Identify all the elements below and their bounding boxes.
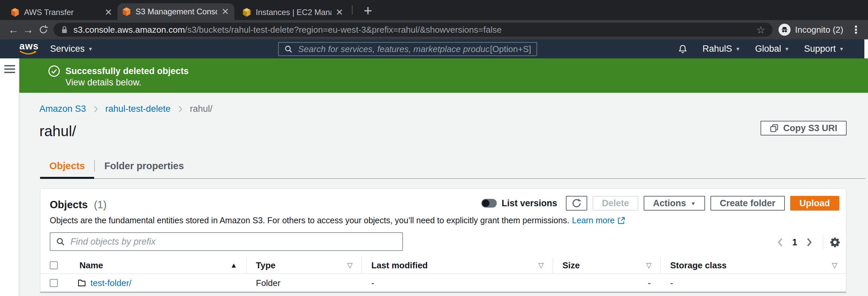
services-menu[interactable]: Services ▼ <box>50 39 93 58</box>
sort-icon: ▽ <box>646 261 651 269</box>
account-menu[interactable]: RahulS ▼ <box>703 44 740 54</box>
aws-top-nav: aws Services ▼ [Option+S] RahulS ▼ Globa… <box>0 39 868 58</box>
sort-icon: ▽ <box>347 261 352 269</box>
create-folder-button[interactable]: Create folder <box>710 196 785 210</box>
new-tab-button[interactable]: + <box>359 2 377 19</box>
support-menu[interactable]: Support ▼ <box>804 44 844 54</box>
sort-icon: ▽ <box>832 261 837 269</box>
table-settings-gear-icon[interactable] <box>829 237 841 248</box>
chevron-down-icon: ▼ <box>691 201 696 206</box>
breadcrumb-current: rahul/ <box>190 104 213 114</box>
aws-favicon-icon <box>11 8 19 17</box>
region-menu[interactable]: Global ▼ <box>755 44 789 54</box>
search-icon <box>284 45 293 54</box>
panel-heading: Objects (1) <box>50 199 106 211</box>
pagination-divider <box>823 235 823 250</box>
flashbar-subtitle: View details below. <box>65 77 142 88</box>
chevron-down-icon: ▼ <box>784 46 789 52</box>
address-bar[interactable]: s3.console.aws.amazon.com/s3/buckets/rah… <box>54 23 773 37</box>
objects-panel: Objects (1) List versions Delete Actions… <box>40 189 846 293</box>
breadcrumb-chevron-icon <box>93 105 98 113</box>
find-objects-input[interactable] <box>70 236 397 247</box>
ec2-favicon-icon <box>242 8 251 17</box>
browser-toolbar: ← → s3.console.aws.amazon.com/s3/buckets… <box>0 20 868 39</box>
browser-menu-icon[interactable]: ⋮ <box>850 23 861 36</box>
sort-icon: ▽ <box>538 261 544 269</box>
upload-button[interactable]: Upload <box>790 196 840 210</box>
folder-icon <box>77 278 87 288</box>
column-header-size[interactable]: Size ▽ <box>553 257 661 273</box>
notifications-bell-icon[interactable] <box>678 44 688 54</box>
name-cell: test-folder/ <box>70 274 247 292</box>
list-versions-label: List versions <box>501 198 557 208</box>
column-header-type[interactable]: Type ▽ <box>247 257 362 273</box>
breadcrumb-chevron-icon <box>178 105 183 113</box>
breadcrumb-bucket[interactable]: rahul-test-delete <box>105 104 170 114</box>
bookmark-star-icon[interactable]: ☆ <box>751 24 766 36</box>
previous-page-icon[interactable] <box>773 236 787 249</box>
delete-button[interactable]: Delete <box>593 196 638 210</box>
page-title: rahul/ <box>39 123 76 139</box>
current-page-number[interactable]: 1 <box>792 237 797 248</box>
find-objects-search[interactable] <box>50 232 403 251</box>
table-row: test-folder/ Folder - - - <box>40 274 846 292</box>
select-all-cell <box>40 257 70 273</box>
row-select-cell <box>40 274 70 292</box>
browser-tab-s3-console[interactable]: S3 Management Console ✕ <box>118 3 235 20</box>
refresh-button[interactable] <box>566 196 587 210</box>
sort-ascending-icon: ▲ <box>230 261 237 269</box>
chevron-down-icon: ▼ <box>736 46 741 52</box>
learn-more-link[interactable]: Learn more <box>572 216 615 225</box>
breadcrumb: Amazon S3 rahul-test-delete rahul/ <box>39 104 212 114</box>
lock-icon <box>61 25 68 34</box>
incognito-icon <box>778 24 790 36</box>
flashbar-title: Successfully deleted objects <box>65 66 189 76</box>
browser-tab-ec2-instances[interactable]: Instances | EC2 Management C ✕ <box>238 5 348 20</box>
actions-button[interactable]: Actions ▼ <box>644 196 705 210</box>
url-domain: s3.console.aws.amazon.com <box>73 25 185 35</box>
refresh-icon <box>571 198 582 208</box>
back-icon[interactable]: ← <box>6 24 21 35</box>
success-check-icon <box>48 65 60 77</box>
tab-close-icon[interactable]: ✕ <box>221 6 230 17</box>
incognito-indicator: Incognito (2) <box>778 24 843 36</box>
browser-tab-strip: AWS Transfer ✕ S3 Management Console ✕ I… <box>0 0 868 20</box>
panel-description: Objects are the fundamental entities sto… <box>50 216 625 225</box>
select-all-checkbox[interactable] <box>50 261 58 269</box>
column-header-storage-class[interactable]: Storage class ▽ <box>661 257 846 273</box>
next-page-icon[interactable] <box>802 236 816 249</box>
reload-icon[interactable] <box>35 24 50 35</box>
storage-class-cell: - <box>661 274 846 292</box>
object-link[interactable]: test-folder/ <box>90 278 131 288</box>
aws-search-box[interactable]: [Option+S] <box>278 42 537 56</box>
tab-folder-properties[interactable]: Folder properties <box>95 154 193 178</box>
external-link-icon <box>617 217 625 225</box>
table-header: Name ▲ Type ▽ Last modified ▽ Size ▽ Sto… <box>40 257 846 274</box>
hamburger-menu-icon[interactable] <box>4 65 15 75</box>
search-icon <box>56 237 65 246</box>
breadcrumb-amazon-s3[interactable]: Amazon S3 <box>39 104 86 114</box>
tab-close-icon[interactable]: ✕ <box>335 7 344 18</box>
objects-toolbar: List versions Delete Actions ▼ Create fo… <box>482 196 839 210</box>
page-tabs: Objects Folder properties <box>40 154 866 179</box>
last-modified-cell: - <box>362 274 553 292</box>
column-header-name[interactable]: Name ▲ <box>70 257 247 273</box>
tab-strip-divider <box>352 5 352 15</box>
browser-tab-aws-transfer[interactable]: AWS Transfer ✕ <box>6 5 118 20</box>
tab-title: AWS Transfer <box>24 8 100 17</box>
url-path: /s3/buckets/rahul-test-delete?region=eu-… <box>185 25 502 35</box>
side-nav-strip <box>0 58 19 296</box>
forward-icon[interactable]: → <box>21 24 35 35</box>
aws-logo[interactable]: aws <box>19 42 39 56</box>
size-cell: - <box>553 274 661 292</box>
list-versions-toggle[interactable] <box>482 199 497 207</box>
type-cell: Folder <box>247 274 362 292</box>
tab-objects[interactable]: Objects <box>40 154 94 178</box>
tab-close-icon[interactable]: ✕ <box>104 7 113 18</box>
tab-title: Instances | EC2 Management C <box>256 8 332 17</box>
incognito-label: Incognito (2) <box>795 25 843 35</box>
row-checkbox[interactable] <box>50 279 58 287</box>
aws-search-input[interactable] <box>298 44 490 55</box>
column-header-last-modified[interactable]: Last modified ▽ <box>362 257 553 273</box>
copy-s3-uri-button[interactable]: Copy S3 URI <box>761 121 847 135</box>
